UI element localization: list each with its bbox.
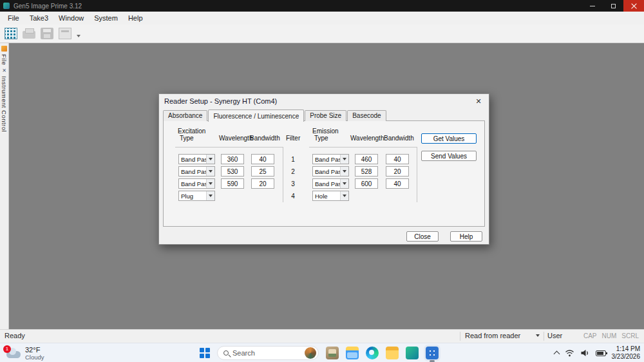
app-icon-teal[interactable] [406,347,419,359]
emission-bandwidth-input[interactable] [386,154,409,164]
save-icon[interactable] [41,28,53,39]
tab-fluorescence-luminescence[interactable]: Fluorescence / Luminescence [208,110,304,122]
excitation-type-select[interactable]: Band Pass [178,178,215,189]
emission-type-value: Band Pass [313,155,340,164]
menubar-items: FileTake3WindowSystemHelp [0,12,644,24]
file-explorer-icon[interactable] [346,347,359,359]
send-values-button[interactable]: Send Values [421,151,477,161]
excitation-type-value: Plug [179,191,206,200]
maximize-icon [611,4,616,8]
emission-type-select[interactable]: Band Pass [312,154,349,164]
excitation-type-select[interactable]: Band Pass [178,154,215,164]
dialog-tabs: AbsorbanceFluorescence / LuminescencePro… [163,110,485,121]
excitation-wavelength-input[interactable] [221,166,244,176]
edge-icon[interactable] [366,347,379,359]
tab-absorbance[interactable]: Absorbance [163,110,207,121]
dialog-title: Reader Setup - Synergy HT (Com4) [164,97,473,105]
menu-take3[interactable]: Take3 [24,13,53,23]
battery-icon[interactable] [596,350,606,356]
filter-number: 3 [289,180,298,187]
excitation-type-header: Type [180,135,194,142]
excitation-type-select[interactable]: Band Pass [178,166,215,176]
titlebar: Gen5 Image Prime 3.12 [0,0,644,12]
emission-type-select[interactable]: Band Pass [312,178,349,189]
menu-system[interactable]: System [89,13,123,23]
excitation-bandwidth-input[interactable] [251,166,274,176]
statusbar-separator [544,332,544,341]
emission-bandwidth-input[interactable] [386,178,409,189]
start-button[interactable] [200,348,210,358]
chevron-down-icon [206,179,214,188]
emission-type-select[interactable]: Hole [312,191,349,201]
emission-type-value: Band Pass [313,179,340,188]
emission-wavelength-input[interactable] [355,178,378,189]
sidebar-tab-file[interactable]: File [0,43,8,65]
instrument-icon: ✕ [1,68,7,73]
chevron-down-icon [206,191,214,200]
search-box[interactable]: Search [217,346,319,360]
minimize-button[interactable] [582,0,603,12]
chevron-down-icon [340,179,348,188]
weather-widget[interactable]: 1 32°F Cloudy [3,345,47,361]
export-icon[interactable] [59,28,71,39]
sidebar-tab-instrument-control[interactable]: ✕ Instrument Control [0,65,8,132]
menu-window[interactable]: Window [53,13,89,23]
status-text: Ready [5,332,25,339]
filter-row: Band Pass 2 Band Pass [164,166,484,177]
emission-title: Emission [312,128,339,135]
folder-icon[interactable] [386,347,399,359]
tray-chevron-icon[interactable] [553,351,560,357]
excitation-bandwidth-input[interactable] [251,154,274,164]
tab-probe-size[interactable]: Probe Size [305,110,346,121]
maximize-button[interactable] [603,0,623,12]
dialog-titlebar: Reader Setup - Synergy HT (Com4) ✕ [159,94,489,108]
menu-help[interactable]: Help [123,13,148,23]
window-title: Gen5 Image Prime 3.12 [14,3,582,10]
print-icon[interactable] [23,31,35,39]
menu-file[interactable]: File [3,13,24,23]
excitation-type-select[interactable]: Plug [178,191,215,201]
emission-type-header: Type [314,135,328,142]
emission-wavelength-input[interactable] [355,166,378,176]
excitation-wavelength-input[interactable] [221,178,244,189]
dialog-close-button[interactable]: ✕ [473,97,484,106]
emission-wavelength-input[interactable] [355,154,378,164]
lock-scrl: SCRL [621,332,639,339]
help-button[interactable]: Help [450,231,482,242]
chevron-down-icon [206,167,214,176]
reader-mode-select[interactable]: Read from reader [465,332,541,339]
emission-bandwidth-input[interactable] [386,166,409,176]
chevron-down-icon [340,167,348,176]
filter-number: 1 [289,156,298,163]
clock[interactable]: 1:14 PM 3/23/2026 [612,345,641,361]
emission-type-select[interactable]: Band Pass [312,166,349,176]
filter-row: Band Pass 3 Band Pass [164,178,484,189]
excitation-wavelength-input[interactable] [221,154,244,164]
excitation-type-value: Band Pass [179,167,206,176]
tab-basecode[interactable]: Basecode [347,110,386,121]
toolbar [0,24,644,43]
chevron-down-icon [206,155,214,164]
dialog-close-action-button[interactable]: Close [406,231,439,242]
clock-time: 1:14 PM [612,345,641,353]
statusbar-separator [460,332,460,341]
wifi-icon[interactable] [565,349,574,357]
plate-icon[interactable] [5,28,17,39]
excitation-type-value: Band Pass [179,155,206,164]
close-window-button[interactable] [623,0,644,12]
toolbar-overflow-icon[interactable] [77,35,80,37]
search-highlight-image [305,347,316,359]
chevron-down-icon [340,191,348,200]
gen5-app-icon[interactable] [426,347,439,359]
file-panel-icon [1,46,7,52]
get-values-button[interactable]: Get Values [421,133,477,144]
taskbar: 1 32°F Cloudy Search [0,343,644,362]
volume-icon[interactable] [580,349,590,357]
statusbar: Ready Read from reader User CAPNUMSCRL [0,329,644,343]
excitation-bandwidth-input[interactable] [251,178,274,189]
task-view-icon[interactable] [326,347,339,359]
search-label: Search [232,349,301,357]
lock-num: NUM [602,332,617,339]
excitation-wavelength-header: Wavelength [219,135,252,142]
weather-condition: Cloudy [25,354,44,361]
